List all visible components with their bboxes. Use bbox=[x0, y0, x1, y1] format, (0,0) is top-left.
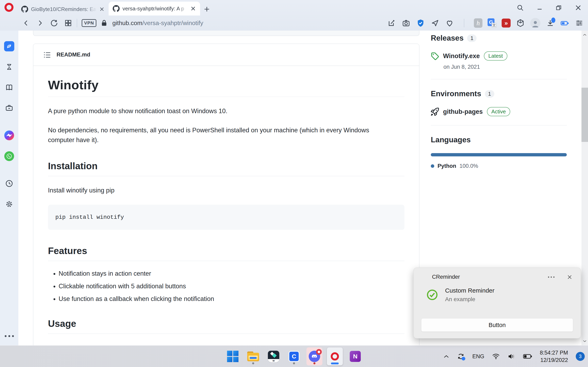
environments-title[interactable]: Environments bbox=[431, 90, 481, 98]
github-sidebar-panel: Releases 1 Winotify.exe Latest on Jun 8,… bbox=[431, 31, 567, 178]
vpn-badge[interactable]: VPN bbox=[82, 19, 96, 27]
section-installation: Installation bbox=[48, 160, 405, 176]
settings-gear-icon[interactable] bbox=[4, 199, 14, 209]
easy-setup-sliders-icon[interactable] bbox=[575, 18, 584, 28]
tab-bar: GioByte10/CReminders: Eas versa-syahptr/… bbox=[0, 0, 588, 16]
feature-item: Clickable notification with 5 additional… bbox=[59, 283, 405, 290]
notification-count-badge[interactable]: 3 bbox=[576, 352, 585, 361]
forward-button[interactable] bbox=[36, 19, 44, 27]
sidebar-more-ellipsis[interactable] bbox=[4, 331, 14, 341]
list-icon[interactable] bbox=[43, 51, 51, 58]
lock-icon[interactable] bbox=[100, 19, 108, 27]
rocket-icon bbox=[431, 108, 439, 116]
environment-name-link[interactable]: github-pages bbox=[443, 108, 483, 115]
readme-filename[interactable]: README.md bbox=[57, 52, 90, 58]
speed-dial-tiles-icon[interactable] bbox=[64, 19, 72, 27]
battery-saver-icon[interactable] bbox=[560, 18, 570, 28]
shield-check-icon[interactable] bbox=[416, 18, 425, 28]
restore-button[interactable] bbox=[555, 4, 562, 11]
environments-count-badge: 1 bbox=[485, 90, 494, 98]
wifi-icon[interactable] bbox=[492, 353, 500, 360]
volume-icon[interactable] bbox=[508, 353, 515, 360]
feature-item: Use function as a callback when clicking… bbox=[59, 295, 405, 303]
close-button[interactable] bbox=[575, 4, 582, 11]
hourglass-icon[interactable] bbox=[4, 62, 14, 72]
code-block[interactable]: pip install winotify bbox=[48, 205, 405, 230]
cube-extension-icon[interactable] bbox=[516, 18, 525, 28]
profile-avatar[interactable] bbox=[530, 18, 540, 28]
update-sync-icon[interactable] bbox=[457, 353, 465, 360]
briefcase-icon[interactable] bbox=[4, 103, 14, 113]
active-window-indicator bbox=[331, 363, 339, 364]
latest-badge: Latest bbox=[484, 51, 507, 60]
scroll-down-arrow[interactable] bbox=[583, 340, 587, 342]
downloads-icon[interactable] bbox=[545, 18, 555, 28]
scroll-up-arrow[interactable] bbox=[583, 33, 587, 36]
tray-time: 8:54:27 PM bbox=[540, 349, 568, 356]
tray-date: 12/19/2022 bbox=[540, 356, 568, 364]
tab-close-icon[interactable] bbox=[99, 7, 104, 12]
search-icon[interactable] bbox=[517, 4, 524, 11]
clock-datetime[interactable]: 8:54:27 PM 12/19/2022 bbox=[540, 349, 568, 364]
python-color-dot bbox=[431, 164, 434, 168]
onenote-button[interactable]: N bbox=[347, 347, 363, 365]
language-indicator[interactable]: ENG bbox=[472, 353, 484, 360]
releases-section: Releases 1 Winotify.exe Latest on Jun 8,… bbox=[431, 31, 567, 79]
edit-page-icon[interactable] bbox=[387, 18, 396, 28]
google-translate-icon[interactable]: G文 bbox=[488, 18, 497, 28]
minimize-button[interactable] bbox=[536, 4, 543, 11]
snapshot-camera-icon[interactable] bbox=[401, 18, 411, 28]
start-page-button[interactable] bbox=[4, 41, 14, 51]
language-bar-python[interactable] bbox=[431, 153, 567, 156]
discord-notification-badge bbox=[316, 349, 322, 355]
notification-toast[interactable]: CReminder Custom Reminder An example But… bbox=[414, 267, 581, 338]
readme-paragraph: Install winotify using pip bbox=[48, 185, 395, 195]
fast-forward-extension-icon[interactable]: » bbox=[502, 18, 511, 27]
history-clock-icon[interactable] bbox=[4, 179, 14, 188]
browser-chrome: GioByte10/CReminders: Eas versa-syahptr/… bbox=[0, 0, 588, 31]
tray-chevron-up-icon[interactable] bbox=[443, 354, 449, 359]
whatsapp-icon[interactable] bbox=[4, 151, 14, 161]
opera-menu-logo[interactable] bbox=[4, 3, 13, 12]
my-flow-send-icon[interactable] bbox=[430, 18, 440, 28]
battery-icon[interactable] bbox=[523, 353, 532, 359]
clipchamp-button[interactable]: C bbox=[286, 347, 302, 365]
back-button[interactable] bbox=[22, 19, 30, 27]
book-icon[interactable] bbox=[4, 83, 14, 92]
opera-taskbar-button[interactable] bbox=[327, 347, 343, 365]
release-name-link[interactable]: Winotify.exe bbox=[443, 52, 480, 60]
opera-sidebar bbox=[0, 31, 18, 345]
file-explorer-button[interactable] bbox=[245, 347, 261, 365]
filmora-button[interactable]: w bbox=[266, 347, 282, 365]
feature-item: Notification stays in action center bbox=[59, 270, 405, 277]
system-tray: ENG 8:54:27 PM 12/19/2022 3 bbox=[443, 346, 585, 367]
reload-button[interactable] bbox=[50, 19, 58, 27]
messenger-icon[interactable] bbox=[4, 131, 14, 140]
bookmark-heart-icon[interactable] bbox=[445, 18, 454, 28]
tab-winotify-active[interactable]: versa-syahptr/winotify: A p bbox=[109, 2, 200, 16]
toolbar-divider bbox=[77, 19, 77, 27]
code-text: pip install winotify bbox=[55, 214, 124, 220]
toast-more-icon[interactable] bbox=[548, 276, 554, 278]
scrollbar-thumb[interactable] bbox=[581, 88, 588, 142]
releases-title[interactable]: Releases bbox=[431, 34, 463, 42]
github-favicon bbox=[21, 6, 28, 13]
start-button[interactable] bbox=[225, 347, 241, 365]
clipchamp-icon: C bbox=[288, 351, 300, 362]
languages-title: Languages bbox=[431, 136, 471, 144]
tab-close-icon[interactable] bbox=[190, 6, 196, 11]
discord-button[interactable] bbox=[306, 347, 322, 365]
url-host: github.com bbox=[112, 20, 142, 26]
extension-h-icon[interactable]: h bbox=[474, 18, 483, 28]
address-url[interactable]: github.com/versa-syahptr/winotify bbox=[112, 20, 203, 26]
page-scrollbar[interactable] bbox=[581, 31, 588, 345]
opera-icon bbox=[331, 352, 339, 360]
toast-action-button[interactable]: Button bbox=[421, 318, 573, 332]
github-favicon bbox=[113, 5, 120, 12]
filmora-icon: w bbox=[268, 351, 279, 362]
discord-icon bbox=[309, 351, 320, 362]
language-row[interactable]: Python 100.0% bbox=[431, 163, 567, 169]
tab-creminders[interactable]: GioByte10/CReminders: Eas bbox=[17, 3, 109, 16]
new-tab-button[interactable] bbox=[203, 6, 210, 13]
toast-close-icon[interactable] bbox=[567, 274, 572, 280]
